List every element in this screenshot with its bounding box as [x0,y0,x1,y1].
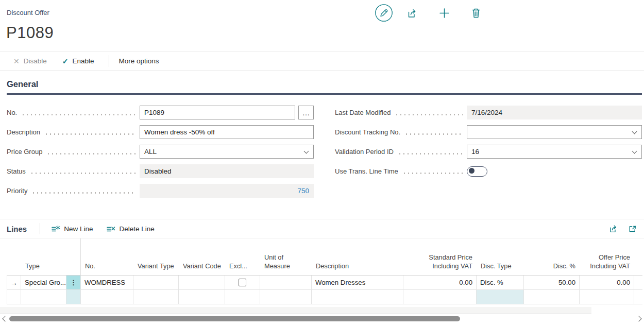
cell-excl[interactable] [225,276,260,290]
cell-unit-of-measure[interactable] [260,276,312,290]
grid-filler-strip [0,307,591,314]
lines-toolbar-divider [40,223,40,234]
description-label: Description [7,128,40,136]
validation-period-id-label: Validation Period ID [335,148,394,156]
cell-variant-code[interactable] [179,290,225,304]
cell-disc-pct[interactable] [524,290,580,304]
cell-type[interactable] [21,290,66,304]
new-line-icon [51,225,60,233]
new-record-button[interactable] [438,7,450,19]
price-group-value: ALL [144,148,157,156]
enable-button[interactable]: ✓ Enable [62,57,94,65]
dotted-leader [402,168,463,175]
disable-button[interactable]: ✕ Disable [13,57,47,65]
no-input[interactable] [140,106,295,119]
discount-tracking-no-select[interactable] [467,125,642,139]
price-group-label: Price Group [7,148,42,156]
field-status: Status Disabled [7,164,314,178]
cell-variant-type[interactable] [133,276,179,290]
page-caption: Discount Offer [7,9,49,16]
last-date-modified-label: Last Date Modified [335,109,391,116]
cell-no[interactable]: WOMDRESS [81,276,133,290]
dotted-leader [44,129,135,135]
column-header-standard-price[interactable]: Standard Price Including VAT [403,238,477,275]
cell-disc-type[interactable]: Disc. % [477,276,524,290]
cell-unit-of-measure[interactable] [260,290,312,304]
cell-excl[interactable] [225,290,260,304]
edit-button[interactable] [375,4,393,22]
x-icon: ✕ [13,57,20,65]
row-spacer [634,290,642,304]
new-line-button[interactable]: New Line [51,225,93,233]
column-header-description[interactable]: Description [312,238,403,275]
use-trans-line-time-toggle[interactable] [467,166,487,177]
cell-disc-type[interactable] [477,290,524,304]
table-row[interactable] [7,290,642,304]
cell-offer-price[interactable] [580,290,634,304]
no-assist-button[interactable]: … [298,106,314,119]
lines-toolbar: Lines New Line Delete Line [0,219,644,238]
row-menu-cell[interactable]: ⋮ [66,276,81,290]
field-use-trans-line-time: Use Trans. Line Time [335,164,642,178]
row-menu-cell[interactable] [66,290,81,304]
lines-expand-button[interactable] [627,224,637,234]
cell-variant-code[interactable] [179,276,225,290]
general-section: General No. … Description Price Group [7,79,642,198]
column-header-unit-of-measure[interactable]: Unit of Measure [260,238,312,275]
field-no: No. … [7,106,314,119]
cell-description[interactable] [312,290,403,304]
column-header-variant-type[interactable]: Variant Type [133,238,179,275]
share-button[interactable] [406,7,418,19]
dotted-leader [30,168,135,175]
excl-checkbox[interactable] [239,279,246,286]
cell-variant-type[interactable] [133,290,179,304]
cell-no[interactable] [81,290,133,304]
header-row-menu [66,238,81,275]
cell-standard-price[interactable]: 0.00 [403,276,477,290]
cell-type[interactable]: Special Gro... [21,276,66,290]
disable-button-label: Disable [24,57,47,65]
table-row[interactable]: → Special Gro... ⋮ WOMDRESS Women Dresse… [7,276,642,290]
delete-line-button[interactable]: Delete Line [106,225,154,233]
general-section-title: General [7,79,642,95]
field-description: Description [7,125,314,139]
dotted-leader [395,109,463,116]
cell-standard-price[interactable] [403,290,477,304]
field-price-group: Price Group ALL [7,145,314,159]
field-discount-tracking-no: Discount Tracking No. [335,125,642,139]
share-icon [608,224,618,233]
delete-line-icon [106,225,115,233]
cell-offer-price[interactable]: 0.00 [580,276,634,290]
dotted-leader [21,109,135,116]
plus-icon [439,8,450,19]
column-header-disc-type[interactable]: Disc. Type [477,238,524,275]
more-options-button[interactable]: More options [119,57,159,65]
toggle-knob [469,168,474,174]
scroll-right-arrow-icon[interactable] [636,316,641,321]
discount-tracking-no-label: Discount Tracking No. [335,128,400,136]
lines-table: Type No. Variant Type Variant Code Excl.… [7,238,642,304]
header-spacer [634,238,642,275]
validation-period-id-select[interactable]: 16 [467,145,642,159]
scroll-left-arrow-icon[interactable] [2,316,8,321]
column-header-offer-price[interactable]: Offer Price Including VAT [580,238,634,275]
lines-share-button[interactable] [608,224,618,234]
cell-description[interactable]: Women Dresses [312,276,403,290]
column-header-excl[interactable]: Excl... [225,238,260,275]
trash-icon [471,7,481,19]
column-header-no[interactable]: No. [81,238,133,275]
column-header-variant-code[interactable]: Variant Code [179,238,225,275]
scrollbar-thumb[interactable] [9,316,460,321]
dotted-leader [31,187,135,194]
priority-label: Priority [7,187,27,195]
horizontal-scrollbar[interactable] [0,315,644,323]
delete-record-button[interactable] [470,7,482,19]
ellipsis-icon: … [302,108,310,117]
field-last-date-modified: Last Date Modified 7/16/2024 [335,106,642,119]
price-group-select[interactable]: ALL [140,145,314,159]
column-header-disc-pct[interactable]: Disc. % [524,238,580,275]
column-header-type[interactable]: Type [21,238,66,275]
chevron-down-icon [304,149,309,154]
description-input[interactable] [140,125,314,139]
cell-disc-pct[interactable]: 50.00 [524,276,580,290]
